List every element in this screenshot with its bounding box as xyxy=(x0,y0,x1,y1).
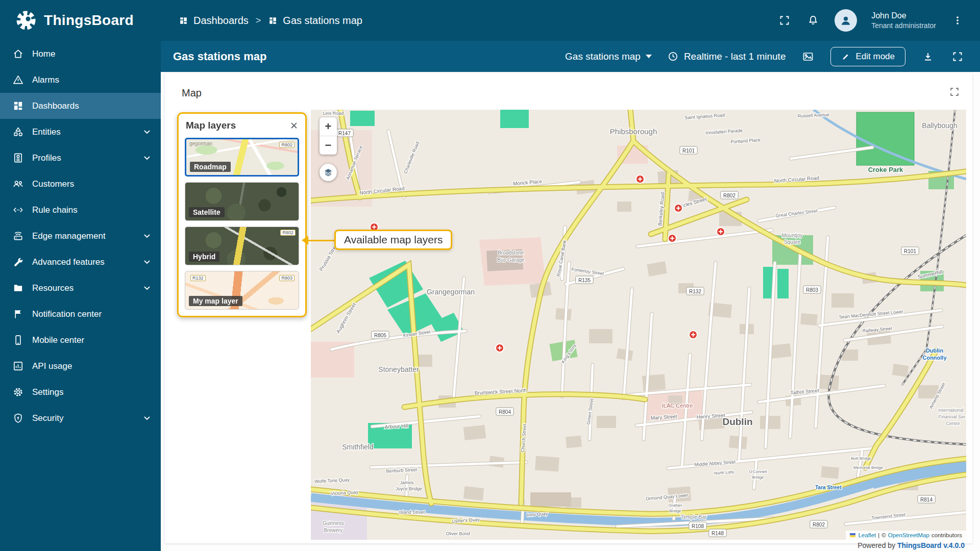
profiles-icon xyxy=(12,152,24,164)
map-label: Broadstone xyxy=(498,250,524,256)
sidebar-item-customers[interactable]: Customers xyxy=(0,171,161,197)
sidebar-item-home[interactable]: Home xyxy=(0,41,161,67)
folder-icon xyxy=(12,282,24,294)
road-shield: R802 xyxy=(721,191,738,199)
thingsboard-logo-icon xyxy=(14,9,38,32)
road-shield: R132 xyxy=(687,287,704,295)
chevron-down-icon xyxy=(143,130,151,134)
layer-option-satellite[interactable]: Satellite xyxy=(185,182,299,221)
user-role: Tenant administrator xyxy=(871,21,936,30)
osm-link[interactable]: OpenStreetMap xyxy=(888,532,929,538)
toolbar-fullscreen-button[interactable] xyxy=(950,49,965,64)
svg-text:R805: R805 xyxy=(374,333,386,338)
sidebar-item-label: Settings xyxy=(32,387,151,397)
thingsboard-version-link[interactable]: ThingsBoard v.4.0.0 xyxy=(897,541,965,549)
chevron-down-icon xyxy=(143,286,151,290)
thumb-road-shield: R802 xyxy=(279,142,295,148)
gas-station-marker[interactable] xyxy=(674,204,682,212)
zoom-in-button[interactable]: + xyxy=(320,117,337,136)
more-menu-button[interactable] xyxy=(950,13,965,28)
map-label: Guinness xyxy=(323,520,344,526)
logo[interactable]: ThingsBoard xyxy=(14,9,134,32)
map-label: Tara Street xyxy=(815,485,842,490)
timewindow-button[interactable]: Realtime - last 1 minute xyxy=(667,51,786,62)
sidebar-item-label: Advanced features xyxy=(32,257,135,267)
sidebar-item-profiles[interactable]: Profiles xyxy=(0,145,161,171)
notifications-button[interactable] xyxy=(806,13,820,28)
gas-station-marker[interactable] xyxy=(496,344,504,352)
layer-option-roadmap[interactable]: gegorman R802 Roadmap xyxy=(185,138,299,177)
map-label: Brewery xyxy=(324,528,343,533)
gas-station-marker[interactable] xyxy=(717,228,725,236)
sidebar-item-advanced-features[interactable]: Advanced features xyxy=(0,249,161,275)
edge-icon xyxy=(12,230,24,242)
sidebar-item-label: Resources xyxy=(32,283,135,293)
gas-station-marker[interactable] xyxy=(636,175,644,183)
map-label: O'Connell xyxy=(749,469,767,474)
dashboard-icon xyxy=(268,16,278,26)
layer-option-hybrid[interactable]: R802 Hybrid xyxy=(185,227,299,265)
person-icon xyxy=(839,14,852,27)
road-shield: R814 xyxy=(918,495,935,503)
breadcrumb-current[interactable]: Gas stations map xyxy=(268,15,362,27)
zoom-out-button[interactable]: − xyxy=(320,136,337,155)
layer-option-my-map-layer[interactable]: R132 R803 My map layer xyxy=(185,271,299,310)
breadcrumb-section-label: Dashboards xyxy=(193,15,249,27)
breadcrumb-separator: > xyxy=(256,15,261,26)
thumb-road-shield: R802 xyxy=(280,230,296,236)
more-vert-icon xyxy=(952,15,963,26)
sidebar-item-mobile-center[interactable]: Mobile center xyxy=(0,327,161,353)
layer-label: Satellite xyxy=(189,207,225,217)
download-button[interactable] xyxy=(921,49,935,64)
map[interactable]: Leix RoadPhibsboroughBallyboughSaint Ign… xyxy=(311,110,966,540)
map-label: Temple Bar xyxy=(681,514,707,520)
map-label: Butt Bridge xyxy=(851,456,871,461)
sidebar-item-notification-center[interactable]: Notification center xyxy=(0,301,161,327)
image-export-button[interactable] xyxy=(801,49,815,64)
road-shield: R148 xyxy=(709,529,726,537)
map-label: Oliver Bond xyxy=(446,531,470,536)
sidebar-item-security[interactable]: Security xyxy=(0,405,161,431)
fullscreen-icon xyxy=(949,86,960,97)
user-avatar[interactable] xyxy=(835,9,857,32)
road-shield: R108 xyxy=(689,522,706,530)
breadcrumb: Dashboards > Gas stations map xyxy=(179,15,362,27)
chevron-down-icon xyxy=(143,260,151,264)
road-shield: R805 xyxy=(372,331,389,339)
sidebar-item-dashboards[interactable]: Dashboards xyxy=(0,93,161,119)
layer-label: Hybrid xyxy=(189,252,219,262)
road-shield: R802 xyxy=(810,520,827,528)
edit-mode-button[interactable]: Edit mode xyxy=(830,47,905,66)
map-label: Leix Road xyxy=(323,111,344,116)
sidebar-item-resources[interactable]: Resources xyxy=(0,275,161,301)
close-icon[interactable]: ✕ xyxy=(290,121,298,131)
widget-fullscreen-button[interactable] xyxy=(949,86,960,99)
sidebar-item-settings[interactable]: Settings xyxy=(0,379,161,405)
map-label: Centre xyxy=(946,421,960,426)
breadcrumb-dashboards[interactable]: Dashboards xyxy=(179,15,249,27)
gas-station-marker[interactable] xyxy=(689,331,697,339)
gas-station-marker[interactable] xyxy=(668,234,676,242)
sidebar-item-label: Security xyxy=(32,413,135,423)
map-label: Dublin xyxy=(722,416,752,427)
sidebar-item-edge-management[interactable]: Edge management xyxy=(0,223,161,249)
chevron-down-icon xyxy=(646,55,652,58)
sidebar-item-api-usage[interactable]: API usage xyxy=(0,353,161,379)
map-label: Dublin xyxy=(926,347,943,354)
fullscreen-button[interactable] xyxy=(777,13,792,28)
map-canvas[interactable]: Leix RoadPhibsboroughBallyboughSaint Ign… xyxy=(311,110,966,540)
map-label: Connolly xyxy=(922,355,947,361)
svg-text:R804: R804 xyxy=(499,409,511,415)
sidebar-item-alarms[interactable]: Alarms xyxy=(0,67,161,93)
dashboard-state-select[interactable]: Gas stations map xyxy=(565,51,652,62)
map-label: Bridge xyxy=(752,475,764,480)
map-label: Memorial Bridge xyxy=(853,465,884,470)
map-label: Phibsborough xyxy=(610,127,657,136)
dashboard-state-label: Gas stations map xyxy=(565,51,641,62)
chevron-down-icon xyxy=(143,416,151,420)
map-label: Bridge xyxy=(669,509,681,513)
sidebar-item-entities[interactable]: Entities xyxy=(0,119,161,145)
map-layers-button[interactable] xyxy=(320,164,337,181)
leaflet-link[interactable]: Leaflet xyxy=(859,532,876,538)
sidebar-item-rule-chains[interactable]: Rule chains xyxy=(0,197,161,223)
